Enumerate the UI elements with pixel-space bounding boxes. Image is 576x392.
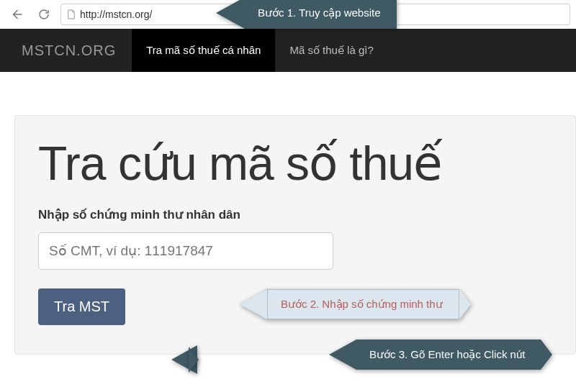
- site-brand[interactable]: MSTCN.ORG: [0, 29, 132, 72]
- tra-mst-button[interactable]: Tra MST: [38, 288, 125, 325]
- search-card: Tra cứu mã số thuế Nhập số chứng minh th…: [14, 115, 576, 355]
- cmt-input[interactable]: [38, 232, 333, 270]
- tab-ma-so-thue-la-gi[interactable]: Mã số thuế là gì?: [275, 29, 387, 72]
- page-icon: [67, 9, 76, 19]
- arrow-left-icon: [10, 8, 23, 21]
- browser-toolbar: http://mstcn.org/: [0, 0, 576, 29]
- content-area: Tra cứu mã số thuế Nhập số chứng minh th…: [0, 72, 576, 355]
- tab-tra-mst[interactable]: Tra mã số thuế cá nhân: [132, 29, 275, 72]
- reload-button[interactable]: [33, 4, 55, 25]
- site-navbar: MSTCN.ORG Tra mã số thuế cá nhân Mã số t…: [0, 29, 576, 72]
- back-button[interactable]: [6, 4, 27, 25]
- url-text: http://mstcn.org/: [80, 9, 152, 20]
- arrow-notch-icon: [189, 347, 199, 373]
- address-bar[interactable]: http://mstcn.org/: [60, 4, 570, 25]
- reload-icon: [37, 8, 50, 21]
- input-label: Nhập số chứng minh thư nhân dân: [38, 207, 552, 222]
- page-title: Tra cứu mã số thuế: [38, 136, 552, 191]
